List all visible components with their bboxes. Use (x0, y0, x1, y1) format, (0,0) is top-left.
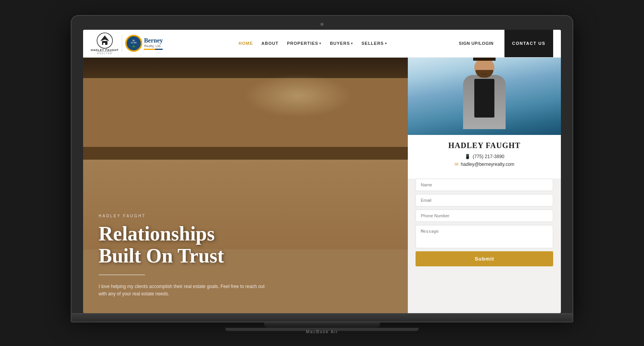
laptop-foot: MacBook Air (225, 328, 419, 331)
person-suit (463, 75, 506, 129)
navigation: HADLEY FAUGHT REALTOR SC Est 1968 (83, 30, 561, 58)
berney-badge-icon: SC Est 1968 (125, 35, 142, 52)
website: HADLEY FAUGHT REALTOR SC Est 1968 (83, 30, 561, 314)
nav-links: HOME ABOUT PROPERTIES ▾ BUYERS ▾ SELLERS (174, 39, 452, 48)
svg-text:SC: SC (133, 40, 135, 42)
macbook-label: MacBook Air (225, 328, 419, 336)
chevron-down-icon: ▾ (385, 42, 387, 45)
laptop-screen: HADLEY FAUGHT REALTOR SC Est 1968 (83, 30, 561, 314)
berney-text: Berney Realty, Ltd. (144, 37, 163, 50)
hero-description: I love helping my clients accomplish the… (99, 283, 269, 298)
nav-link-about[interactable]: ABOUT (257, 39, 282, 48)
submit-button[interactable]: Submit (416, 251, 553, 266)
hero-subtitle: HADLEY FAUGHT (99, 214, 392, 218)
hadley-logo-icon (97, 32, 113, 49)
agent-info: HADLEY FAUGHT 📱 (775) 217-3890 ✉ hadley@… (408, 135, 561, 179)
svg-rect-2 (103, 43, 105, 45)
hero-title-line2: Built On Trust (99, 245, 224, 267)
agent-name: HADLEY FAUGHT (416, 141, 553, 150)
chevron-down-icon: ▾ (319, 42, 321, 45)
person-figure (457, 58, 511, 135)
hero-title-line1: Relationships (99, 223, 215, 245)
logo-area: HADLEY FAUGHT REALTOR SC Est 1968 (91, 32, 163, 55)
berney-underline (144, 49, 163, 50)
chevron-down-icon: ▾ (351, 42, 353, 45)
hadley-logo: HADLEY FAUGHT REALTOR (91, 32, 119, 55)
agent-email-row: ✉ hadley@berneyrealty.com (416, 162, 553, 167)
signin-button[interactable]: SIGN UP/LOGIN (455, 39, 497, 48)
svg-text:Est 1968: Est 1968 (131, 42, 137, 44)
nav-link-sellers-label: SELLERS (361, 41, 384, 46)
contact-us-button[interactable]: CONTACT US (504, 30, 553, 58)
laptop-base (71, 314, 573, 322)
phone-input[interactable] (416, 210, 553, 222)
nav-link-properties[interactable]: PROPERTIES ▾ (283, 39, 325, 48)
nav-link-properties-label: PROPERTIES (287, 41, 318, 46)
person-shirt (474, 79, 494, 118)
berney-realty-text: Realty, Ltd. (144, 44, 163, 48)
agent-phone-number: (775) 217-3890 (473, 154, 504, 159)
nav-link-buyers-label: BUYERS (330, 41, 350, 46)
laptop-stand (264, 322, 380, 328)
svg-rect-7 (133, 47, 135, 48)
phone-icon: 📱 (465, 154, 470, 159)
berney-logo: SC Est 1968 Berney Realty, Ltd. (122, 35, 163, 52)
laptop-frame: HADLEY FAUGHT REALTOR SC Est 1968 (71, 15, 573, 331)
hadley-name-text: HADLEY FAUGHT (91, 49, 119, 51)
svg-point-0 (97, 33, 112, 48)
message-input[interactable] (416, 225, 553, 248)
berney-name-text: Berney (144, 37, 163, 44)
nav-link-buyers[interactable]: BUYERS ▾ (326, 39, 357, 48)
hero-divider (99, 274, 145, 275)
agent-sidebar: HADLEY FAUGHT 📱 (775) 217-3890 ✉ hadley@… (408, 58, 561, 314)
laptop-body: HADLEY FAUGHT REALTOR SC Est 1968 (71, 15, 573, 314)
agent-email-address: hadley@berneyrealty.com (461, 162, 515, 167)
agent-photo (408, 58, 561, 135)
person-hair (473, 58, 496, 61)
name-input[interactable] (416, 179, 553, 191)
hero-content: HADLEY FAUGHT Relationships Built On Tru… (83, 58, 408, 314)
hadley-title-text: REALTOR (97, 51, 112, 55)
nav-link-home[interactable]: HOME (235, 39, 257, 48)
laptop-camera (320, 23, 324, 26)
agent-phone-row: 📱 (775) 217-3890 (416, 154, 553, 159)
nav-link-sellers[interactable]: SELLERS ▾ (358, 39, 391, 48)
email-input[interactable] (416, 194, 553, 206)
hero-title: Relationships Built On Trust (99, 223, 392, 267)
email-icon: ✉ (455, 162, 458, 167)
hero-section: HADLEY FAUGHT Relationships Built On Tru… (83, 58, 561, 314)
contact-form: Submit (408, 179, 561, 273)
person-smile (480, 72, 489, 75)
